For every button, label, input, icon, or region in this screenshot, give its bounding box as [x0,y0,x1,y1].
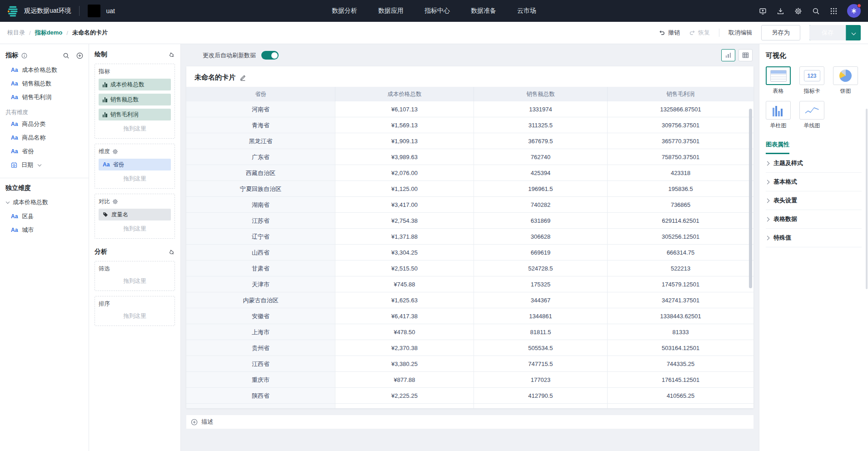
metric-dropzone: 指标 成本价格总数 销售额总数 [95,64,175,139]
circle-plus-icon [191,419,198,426]
undo-button[interactable]: 撤销 [659,29,680,37]
cell-cost: ¥6,107.13 [335,101,474,117]
compare-chip[interactable]: 度量名 [99,209,171,220]
metric-chip[interactable]: 销售毛利润 [99,109,171,120]
breadcrumb-separator: / [66,30,68,36]
bar-chart-icon [726,53,731,58]
metric-item[interactable]: Aa 销售额总数 [5,77,83,90]
drop-hint: 拖到这里 [99,220,171,236]
date-dimension-item[interactable]: 日期 [5,158,83,172]
dimension-item[interactable]: Aa 城市 [5,223,83,237]
search-icon[interactable] [812,7,820,15]
settings-gear-icon[interactable] [794,7,802,15]
metric-item[interactable]: Aa 成本价格总数 [5,63,83,77]
cell-province: 重庆市 [186,372,335,388]
gear-icon[interactable] [112,199,118,205]
cell-profit: 342741.37501 [608,292,753,308]
breadcrumb: 根目录 / 指标demo / 未命名的卡片 [7,29,108,37]
panel-scrollbar[interactable] [866,109,868,289]
cell-province: 山西省 [186,245,335,261]
table-row: 安徽省 ¥6,417.38 1344861 1338443.62501 [186,308,753,324]
tab-chart-properties[interactable]: 图表属性 [766,140,789,154]
chart-type-option[interactable]: 123 指标卡 [799,66,824,95]
text-field-icon: Aa [11,80,18,87]
save-dropdown-button[interactable] [846,25,861,40]
chart-type-label: 饼图 [833,87,858,95]
cell-sales: 1344861 [474,308,608,324]
search-icon[interactable] [63,52,70,59]
navbar-actions [758,4,861,18]
metric-chip[interactable]: 销售额总数 [99,94,171,105]
breadcrumb-root[interactable]: 根目录 [7,29,25,37]
user-avatar[interactable] [847,4,861,18]
cell-cost: ¥3,417.00 [335,197,474,213]
bar-chart-icon [103,112,107,117]
independent-dimension-list: Aa 区县 Aa 城市 [5,210,83,237]
workspace-logo[interactable] [88,5,100,17]
property-section-row[interactable]: 表格数据 [766,210,862,229]
edit-toolbar: 根目录 / 指标demo / 未命名的卡片 撤销 恢复 取消编辑 另存为 保存 [0,22,868,44]
redo-button[interactable]: 恢复 [689,29,710,37]
dimension-item[interactable]: Aa 省份 [5,145,83,158]
download-icon[interactable] [776,7,784,15]
visualization-panel: 可视化 表格 123 指标卡 [759,44,868,451]
breadcrumb-parent[interactable]: 指标demo [35,29,63,37]
metric-chip[interactable]: 成本价格总数 [99,79,171,90]
add-description-row[interactable]: 描述 [186,415,753,429]
table-view-button[interactable] [738,49,753,61]
cell-sales: 1331974 [474,101,608,117]
chart-type-option[interactable]: 单柱图 [766,101,791,130]
metric-item[interactable]: Aa 销售毛利润 [5,90,83,104]
table-row: 宁夏回族自治区 ¥1,125.00 196961.5 195836.5 [186,181,753,197]
chart-type-option[interactable]: 单线图 [799,101,824,130]
dimension-item[interactable]: Aa 商品分类 [5,117,83,131]
cell-province: 天津市 [186,276,335,292]
screen-share-icon[interactable] [758,7,767,15]
property-section-row[interactable]: 特殊值 [766,229,862,247]
clear-analysis-icon[interactable] [168,249,175,256]
main-menu-item[interactable]: 数据分析 [332,7,357,15]
property-section-row[interactable]: 表头设置 [766,191,862,210]
chevron-down-icon [851,30,856,35]
dimension-chip[interactable]: Aa 省份 [99,159,171,170]
description-label: 描述 [201,418,213,426]
top-navbar: 观远数据uat环境 uat 数据分析 数据应用 指标中心 数据准备 云市场 [0,0,868,22]
save-as-button[interactable]: 另存为 [761,25,800,40]
save-button[interactable]: 保存 [809,25,846,40]
gear-icon[interactable] [112,149,118,155]
chevron-right-icon [765,236,770,240]
info-icon[interactable] [21,53,27,59]
property-section-row[interactable]: 主题及样式 [766,154,862,173]
add-metric-icon[interactable] [76,52,83,59]
chart-type-label: 单线图 [799,122,824,130]
clear-draw-icon[interactable] [168,51,175,58]
chart-type-option[interactable]: 表格 [766,66,791,95]
sort-dropzone: 排序 拖到这里 [95,296,175,326]
cancel-edit-button[interactable]: 取消编辑 [728,29,752,37]
apps-grid-icon[interactable] [829,7,838,15]
chart-type-option[interactable]: 饼图 [833,66,858,95]
dimension-item[interactable]: Aa 商品名称 [5,131,83,145]
main-menu-item[interactable]: 数据应用 [378,7,404,15]
main-menu-item[interactable]: 数据准备 [471,7,496,15]
compare-dropzone: 对比 度量名 拖到这里 [95,194,175,239]
main-menu-item[interactable]: 云市场 [517,7,536,15]
cell-profit: 629114.62501 [608,213,753,229]
drop-hint: 拖到这里 [99,170,171,186]
main-menu-item[interactable]: 指标中心 [424,7,450,15]
edit-title-icon[interactable] [239,74,246,81]
property-section-row[interactable]: 基本格式 [766,173,862,191]
auto-refresh-toggle[interactable] [261,51,279,60]
app-window: 观远数据uat环境 uat 数据分析 数据应用 指标中心 数据准备 云市场 [0,0,868,451]
cell-cost: ¥6,417.38 [335,308,474,324]
chevron-right-icon [765,217,770,221]
table-scrollbar[interactable] [749,109,752,288]
independent-group-row[interactable]: 成本价格总数 [5,195,83,210]
cell-profit: 744335.25 [608,356,753,372]
cell-sales: 524728.5 [474,261,608,276]
guandata-logo-icon [7,5,20,17]
chart-view-button[interactable] [721,49,735,61]
cell-profit: 503164.12501 [608,340,753,356]
dimension-item[interactable]: Aa 区县 [5,210,83,223]
cell-cost: ¥2,076.00 [335,165,474,181]
